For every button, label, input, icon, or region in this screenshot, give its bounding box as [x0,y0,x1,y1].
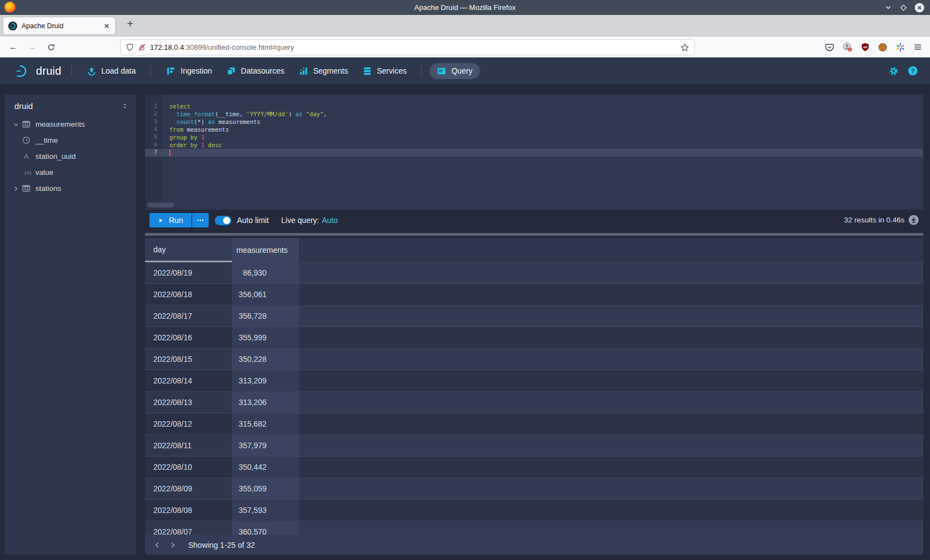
query-view: 1234567 select time_format(__time, 'YYYY… [145,95,923,554]
datasources-icon [226,66,236,76]
live-query-value[interactable]: Auto [322,216,338,225]
tree-item-measurements[interactable]: measurements [4,116,136,132]
code-line: group by 1 [169,133,327,141]
url-bar[interactable]: 172.18.0.4:30899/unified-console.html#qu… [121,40,694,55]
cell-measurements[interactable]: 313,209 [232,370,299,391]
hamburger-menu-icon[interactable] [913,43,922,51]
druid-logo[interactable]: druid [16,64,61,79]
nav-item-segments[interactable]: Segments [292,63,355,79]
cell-measurements[interactable]: 356,728 [232,305,299,326]
spark-extension-icon[interactable] [896,43,905,52]
cell-day[interactable]: 2022/08/16 [145,327,232,348]
account-extension-icon[interactable] [843,42,852,52]
nav-item-datasources[interactable]: Datasources [219,63,292,79]
ublock-extension-icon[interactable]: uO [861,43,870,51]
pocket-extension-icon[interactable] [825,43,834,52]
cell-day[interactable]: 2022/08/10 [145,457,232,478]
table-row: 2022/08/13313,206 [145,392,923,413]
results-table-header: day measurements [145,238,923,262]
tree-item-station-uuid[interactable]: Astation_uuid [4,148,136,164]
cell-day[interactable]: 2022/08/19 [145,262,232,283]
code-line: from measurements [169,126,327,133]
help-icon[interactable]: ? [908,66,918,76]
cookie-extension-icon[interactable] [878,43,887,52]
nav-item-ingestion[interactable]: Ingestion [159,63,219,79]
cell-day[interactable]: 2022/08/12 [145,413,232,434]
schema-selector[interactable]: druid [4,95,136,115]
bookmark-star-icon[interactable] [680,43,689,52]
ingestion-icon [166,66,175,76]
panel-splitter[interactable] [145,233,923,236]
cell-measurements[interactable]: 350,228 [232,349,299,370]
query-editor[interactable]: 1234567 select time_format(__time, 'YYYY… [145,95,923,210]
insecure-lock-icon[interactable] [138,43,146,51]
run-button[interactable]: Run [149,213,192,227]
auto-limit-toggle[interactable] [215,216,231,225]
cell-day[interactable]: 2022/08/08 [145,500,232,521]
cell-day[interactable]: 2022/08/07 [145,521,232,535]
pagination-status: Showing 1-25 of 32 [188,541,255,549]
cell-day[interactable]: 2022/08/17 [145,305,232,326]
window-minimize-icon[interactable] [884,3,892,12]
nav-item-services[interactable]: Services [355,63,414,79]
tree-item-label: stations [35,184,61,193]
back-button[interactable]: ← [7,41,20,53]
cell-day[interactable]: 2022/08/13 [145,392,232,413]
window-titlebar: Apache Druid — Mozilla Firefox [0,0,930,15]
cell-measurements[interactable]: 315,682 [232,413,299,434]
cell-day[interactable]: 2022/08/11 [145,435,232,456]
row-filler [299,370,923,391]
window-maximize-icon[interactable] [900,4,907,12]
cell-day[interactable]: 2022/08/15 [145,349,232,370]
cell-day[interactable]: 2022/08/09 [145,478,232,499]
results-table-body: 2022/08/1986,9302022/08/18356,0612022/08… [145,262,923,535]
tree-item-stations[interactable]: stations [4,180,136,196]
live-query-control[interactable]: Live query:Auto [281,213,338,227]
previous-page-icon[interactable] [149,537,165,553]
forward-button[interactable]: → [25,41,39,53]
settings-gear-icon[interactable] [888,66,899,76]
nav-item-query[interactable]: Query [430,63,479,79]
cell-measurements[interactable]: 86,930 [232,262,299,283]
svg-text:A: A [24,153,29,160]
table-row: 2022/08/15350,228 [145,349,923,370]
chevron-right-icon[interactable] [10,185,22,192]
new-tab-button[interactable]: + [123,17,137,31]
code-line: time_format(__time, 'YYYY/MM/dd') as "da… [169,110,327,118]
window-close-icon[interactable] [914,3,924,13]
url-text[interactable]: 172.18.0.4:30899/unified-console.html#qu… [150,43,676,51]
code-line [169,149,327,157]
cell-measurements[interactable]: 360,570 [232,521,299,535]
row-filler [299,457,923,478]
druid-logo-text: druid [36,65,61,77]
cell-day[interactable]: 2022/08/18 [145,284,232,305]
cell-day[interactable]: 2022/08/14 [145,370,232,391]
column-header-measurements[interactable]: measurements [232,238,299,262]
tab-close-icon[interactable]: × [103,21,110,30]
tree-item-label: measurements [35,120,85,128]
tree-item-value[interactable]: 123value [4,164,136,180]
more-dots-icon [197,216,204,224]
browser-tab[interactable]: Apache Druid × [3,17,115,34]
tree-item--time[interactable]: __time [4,132,136,148]
cell-measurements[interactable]: 356,061 [232,284,299,305]
nav-item-load-data[interactable]: Load data [80,63,143,79]
cell-measurements[interactable]: 313,206 [232,392,299,413]
cell-measurements[interactable]: 357,979 [232,435,299,456]
cell-measurements[interactable]: 355,059 [232,478,299,499]
editor-hscrollbar-thumb[interactable] [147,203,174,208]
row-filler [299,284,923,305]
line-number: 4 [145,126,157,133]
chevron-down-icon[interactable] [10,121,22,128]
nav-divider [151,65,151,77]
cell-measurements[interactable]: 355,999 [232,327,299,348]
run-more-button[interactable] [192,213,209,227]
reload-button[interactable] [44,41,58,53]
column-header-day[interactable]: day [145,238,232,262]
tracking-protection-shield-icon[interactable] [126,43,134,51]
cell-measurements[interactable]: 350,442 [232,457,299,478]
druid-header: druid Load dataIngestionDatasourcesSegme… [0,58,930,84]
cell-measurements[interactable]: 357,593 [232,500,299,521]
next-page-icon[interactable] [165,537,180,553]
download-results-icon[interactable] [908,215,919,225]
